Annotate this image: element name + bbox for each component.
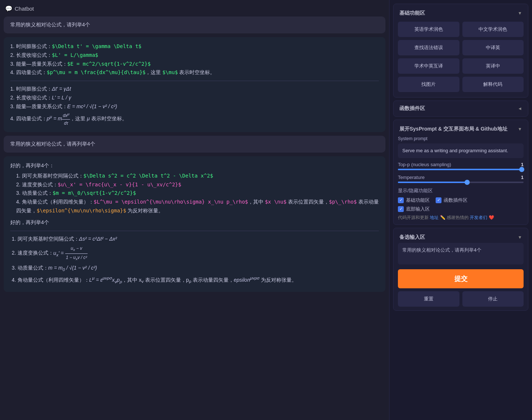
ai2-rendered-3: 3. 动质量公式：m = m0 / √(1 − v² / c²)	[12, 264, 379, 273]
ai2-rendered-2: 2. 速度变换公式：ux' = ux − v1 − uxv / c²	[12, 245, 379, 262]
alt-input-label: 备选输入区	[399, 234, 425, 241]
temperature-label: Temperature 1	[398, 175, 524, 180]
top-p-label: Top-p (nucleus sampling) 1	[398, 162, 524, 167]
sysprompt-arrow: ▼	[518, 127, 522, 132]
formula-latex-2: $L' = L/\gamma$	[52, 52, 98, 58]
ai2-formula-2: 2. 速度变换公式：$u\_x' = \frac{u\_x - v}{1 - u…	[16, 180, 379, 189]
alt-input-field[interactable]: 常用的狭义相对论公式，请再列举4个	[398, 243, 524, 264]
submit-button[interactable]: 提交	[398, 269, 524, 288]
sysprompt-header-label: 展开SysPrompt & 交互界面布局 & Github地址	[399, 126, 507, 132]
temperature-value: 1	[521, 175, 524, 180]
btn-en-to-zh[interactable]: 英译中	[462, 58, 524, 74]
footer-text-before: 代码开源和更新	[398, 215, 429, 220]
ai2-rendered-1: 1. 闵可夫斯基时空间隔公式：Δs² = c²Δt² − Δx²	[12, 235, 379, 244]
alt-input-arrow: ▼	[518, 235, 522, 240]
ai-response-1: 1. 时间膨胀公式：$\Delta t' = \gamma \Delta t$ …	[4, 37, 385, 132]
ai2-rendered-4: 4. 角动量公式（利用四维矢量）：Lμ = εμvρσxvpρ，其中 xv 表示…	[12, 274, 379, 285]
temperature-track[interactable]	[398, 182, 524, 183]
reset-button[interactable]: 重置	[398, 291, 459, 307]
checkbox-plugin-label: 函数插件区	[444, 197, 468, 204]
chat-panel: 💬 Chatbot 常用的狭义相对论公式，请列举4个 1. 时间膨胀公式：$\D…	[0, 0, 389, 420]
user-message-1-text: 常用的狭义相对论公式，请列举4个	[10, 22, 90, 28]
checkbox-plugin[interactable]: ✓ 函数插件区	[436, 197, 468, 204]
stop-button[interactable]: 停止	[462, 291, 524, 307]
top-p-value: 1	[521, 162, 524, 167]
sysprompt-section: 展开SysPrompt & 交互界面布局 & Github地址 ▼ System…	[393, 120, 528, 225]
ai-formula-latex-1: 1. 时间膨胀公式：$\Delta t' = \gamma \Delta t$	[10, 42, 379, 51]
checkbox-bottom-input[interactable]: ✓ 底部输入区	[398, 206, 430, 212]
basic-functions-arrow: ▼	[518, 11, 522, 16]
plugin-functions-label: 函数插件区	[399, 105, 425, 112]
chatbot-icon: 💬	[5, 5, 12, 12]
checkbox-row-2: ✓ 底部输入区	[398, 206, 524, 212]
app-title-bar: 💬 Chatbot	[4, 4, 385, 17]
footer-link[interactable]: 地址	[430, 215, 439, 220]
btn-academic-translate[interactable]: 学术中英互译	[398, 58, 459, 74]
alt-input-header: 备选输入区 ▼	[398, 232, 524, 243]
ai-formula-rendered-1: 1. 时间膨胀公式：Δt' = γΔt	[10, 85, 379, 94]
checkbox-basic-box: ✓	[398, 197, 404, 203]
checkbox-basic-label: 基础功能区	[406, 197, 430, 204]
checkbox-bottom-input-label: 底部输入区	[406, 206, 430, 212]
visibility-section: 显示/隐藏功能区 ✓ 基础功能区 ✓ 函数插件区 ✓ 底部输入区	[398, 187, 524, 212]
system-prompt-text[interactable]: Serve me as a writing and programming as…	[398, 143, 524, 158]
btn-grammar-check[interactable]: 查找语法错误	[398, 40, 459, 55]
temperature-fill	[398, 182, 467, 183]
ai2-outro: 好的，再列举4个	[10, 218, 379, 227]
user-message-2: 常用的狭义相对论公式，请再列举4个	[4, 136, 385, 153]
right-panel: 基础功能区 ▼ 英语学术润色 中文学术润色 查找语法错误 中译英 学术中英互译 …	[389, 0, 532, 420]
formula-latex-1: $\Delta t' = \gamma \Delta t$	[52, 43, 141, 49]
top-p-track[interactable]	[398, 169, 524, 170]
ai2-formula-1: 1. 闵可夫斯基时空间隔公式：$\Delta s^2 = c^2 \Delta …	[16, 172, 379, 180]
user-message-2-text: 常用的狭义相对论公式，请再列举4个	[10, 141, 95, 147]
ai2-formula-4: 4. 角动量公式（利用四维矢量）：$L^\mu = \epsilon^{\mu\…	[16, 198, 379, 215]
btn-zh-to-en[interactable]: 中译英	[462, 40, 524, 55]
btn-explain-code[interactable]: 解释代码	[462, 77, 524, 92]
top-p-thumb[interactable]	[519, 167, 524, 172]
ai-response-2: 好的，再列举4个： 1. 闵可夫斯基时空间隔公式：$\Delta s^2 = c…	[4, 156, 385, 292]
ai-formula-rendered-2: 2. 长度收缩公式：L' = L / γ	[10, 94, 379, 102]
top-p-fill	[398, 169, 524, 170]
sysprompt-header: 展开SysPrompt & 交互界面布局 & Github地址 ▼	[398, 124, 524, 135]
basic-functions-label: 基础功能区	[399, 10, 425, 17]
checkbox-plugin-box: ✓	[436, 197, 442, 203]
visibility-label: 显示/隐藏功能区	[398, 187, 524, 194]
ai2-intro: 好的，再列举4个：	[10, 161, 379, 170]
ai-formula-latex-3: 3. 能量—质量关系公式：$E = mc^2/\sqrt{1-v^2/c^2}$	[10, 60, 379, 69]
btn-find-image[interactable]: 找图片	[398, 77, 459, 92]
basic-functions-header: 基础功能区 ▼	[398, 8, 524, 19]
ai-formula-rendered-3: 3. 能量—质量关系公式：E = mc² / √(1 − v² / c²)	[10, 102, 379, 111]
basic-functions-grid: 英语学术润色 中文学术润色 查找语法错误 中译英 学术中英互译 英译中 找图片 …	[398, 20, 524, 94]
ai-formula-latex-4: 4. 四动量公式：$p^\mu = m \frac{dx^\mu}{d\tau}…	[10, 68, 379, 77]
checkbox-row-1: ✓ 基础功能区 ✓ 函数插件区	[398, 197, 524, 204]
formula-latex-3: $E = mc^2/\sqrt{1-v^2/c^2}$	[67, 61, 151, 67]
top-p-container: Top-p (nucleus sampling) 1	[398, 162, 524, 170]
bottom-buttons: 重置 停止	[398, 291, 524, 307]
checkbox-bottom-input-box: ✓	[398, 206, 404, 212]
ai-formula-latex-2: 2. 长度收缩公式：$L' = L/\gamma$	[10, 51, 379, 60]
app-title-text: Chatbot	[15, 6, 34, 12]
footer-links: 代码开源和更新 地址 ✏️ 感谢热情的 开发者们 ❤️	[398, 215, 524, 221]
user-message-1: 常用的狭义相对论公式，请列举4个	[4, 17, 385, 33]
formula-latex-4: $p^\mu = m \frac{dx^\mu}{d\tau}$	[47, 69, 146, 75]
plugin-functions-section: 函数插件区 ◄	[393, 101, 528, 117]
system-prompt-label: System prompt	[398, 136, 524, 141]
temperature-thumb[interactable]	[465, 180, 470, 185]
footer-contributors[interactable]: 开发者们	[470, 215, 487, 220]
checkbox-basic[interactable]: ✓ 基础功能区	[398, 197, 430, 204]
ai-formula-rendered-4: 4. 四动量公式：pμ = mdxμdτ，这里 μ 表示时空坐标。	[10, 111, 379, 127]
plugin-functions-arrow: ◄	[518, 106, 522, 111]
plugin-functions-header: 函数插件区 ◄	[398, 103, 524, 114]
alt-input-section: 备选输入区 ▼ 常用的狭义相对论公式，请再列举4个 提交 重置 停止	[393, 228, 528, 311]
btn-english-polish[interactable]: 英语学术润色	[398, 22, 459, 37]
basic-functions-section: 基础功能区 ▼ 英语学术润色 中文学术润色 查找语法错误 中译英 学术中英互译 …	[393, 4, 528, 98]
ai2-formula-3: 3. 动质量公式：$m = m\_0/\sqrt{1-v^2/c^2}$	[16, 189, 379, 198]
footer-heart: ❤️	[489, 215, 494, 220]
btn-chinese-polish[interactable]: 中文学术润色	[462, 22, 524, 37]
footer-pencil: ✏️ 感谢热情的	[440, 215, 469, 220]
temperature-container: Temperature 1	[398, 175, 524, 183]
